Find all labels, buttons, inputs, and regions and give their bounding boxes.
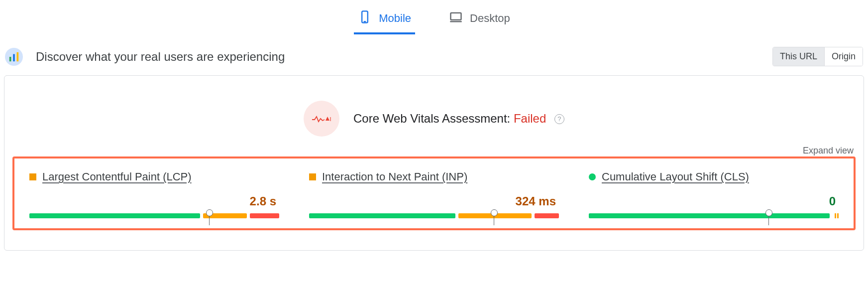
metric-inp-bar bbox=[309, 213, 559, 220]
section-title: Discover what your real users are experi… bbox=[36, 50, 285, 64]
warn-status-icon bbox=[309, 173, 316, 180]
warn-status-icon bbox=[29, 173, 36, 180]
svg-rect-2 bbox=[451, 13, 461, 20]
svg-rect-6 bbox=[17, 52, 19, 61]
scope-origin-button[interactable]: Origin bbox=[824, 47, 863, 66]
metric-cls-link[interactable]: Cumulative Layout Shift (CLS) bbox=[602, 170, 749, 183]
desktop-icon bbox=[449, 10, 463, 27]
assessment-text: Core Web Vitals Assessment: Failed ? bbox=[353, 112, 564, 126]
tab-desktop[interactable]: Desktop bbox=[445, 5, 514, 34]
web-vitals-panel: Core Web Vitals Assessment: Failed ? Exp… bbox=[4, 75, 864, 251]
assessment-status: Failed bbox=[514, 112, 546, 125]
tab-mobile[interactable]: Mobile bbox=[354, 5, 415, 34]
metric-lcp: Largest Contentful Paint (LCP) 2.8 s bbox=[29, 170, 279, 220]
svg-rect-0 bbox=[362, 11, 368, 22]
svg-rect-4 bbox=[9, 57, 11, 61]
mobile-icon bbox=[358, 10, 372, 27]
scope-this-url-button[interactable]: This URL bbox=[773, 47, 824, 66]
metric-inp: Interaction to Next Paint (INP) 324 ms bbox=[309, 170, 559, 220]
assessment-row: Core Web Vitals Assessment: Failed ? bbox=[4, 76, 864, 142]
discover-header: Discover what your real users are experi… bbox=[0, 38, 868, 75]
assessment-label: Core Web Vitals Assessment: bbox=[353, 112, 514, 125]
help-icon[interactable]: ? bbox=[554, 114, 564, 124]
svg-rect-5 bbox=[13, 54, 15, 61]
web-vitals-failed-icon bbox=[304, 101, 339, 137]
scope-toggle: This URL Origin bbox=[772, 47, 863, 66]
good-status-icon bbox=[589, 173, 596, 180]
metrics-highlight-box: Largest Contentful Paint (LCP) 2.8 s Int… bbox=[12, 156, 856, 230]
metric-lcp-value: 2.8 s bbox=[29, 183, 279, 211]
metric-lcp-link[interactable]: Largest Contentful Paint (LCP) bbox=[42, 170, 192, 183]
tab-mobile-label: Mobile bbox=[379, 12, 411, 25]
svg-marker-7 bbox=[326, 117, 329, 121]
metric-cls: Cumulative Layout Shift (CLS) 0 bbox=[589, 170, 839, 220]
metric-cls-value: 0 bbox=[589, 183, 839, 211]
chrome-ux-icon bbox=[5, 48, 23, 66]
header-left: Discover what your real users are experi… bbox=[5, 48, 285, 66]
device-tabs: Mobile Desktop bbox=[0, 5, 868, 38]
metric-cls-bar bbox=[589, 213, 839, 220]
expand-view-link[interactable]: Expand view bbox=[803, 146, 854, 156]
tab-desktop-label: Desktop bbox=[470, 12, 510, 25]
metric-lcp-bar bbox=[29, 213, 279, 220]
metric-inp-value: 324 ms bbox=[309, 183, 559, 211]
metric-inp-link[interactable]: Interaction to Next Paint (INP) bbox=[322, 170, 467, 183]
